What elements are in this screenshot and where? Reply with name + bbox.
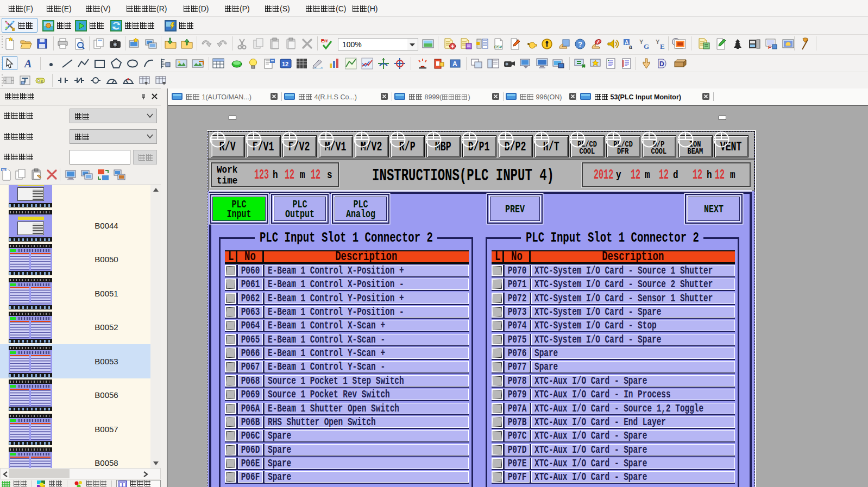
svg-text:e: e bbox=[41, 79, 43, 84]
svg-text:NEW: NEW bbox=[2, 168, 9, 172]
svg-text:Err: Err bbox=[321, 38, 329, 43]
svg-text:12: 12 bbox=[282, 61, 288, 67]
svg-text:E: E bbox=[660, 42, 665, 50]
svg-text:Y: Y bbox=[639, 39, 644, 45]
svg-text:F: F bbox=[768, 45, 771, 50]
svg-text:D: D bbox=[659, 60, 664, 68]
svg-text:A: A bbox=[23, 58, 32, 69]
svg-text:a: a bbox=[629, 44, 632, 50]
svg-text:A: A bbox=[452, 60, 457, 68]
svg-text:Y: Y bbox=[656, 39, 660, 45]
svg-text:A: A bbox=[625, 40, 628, 46]
svg-text:?: ? bbox=[578, 40, 582, 48]
svg-text:CSV: CSV bbox=[494, 45, 502, 49]
svg-text:G: G bbox=[644, 42, 649, 50]
